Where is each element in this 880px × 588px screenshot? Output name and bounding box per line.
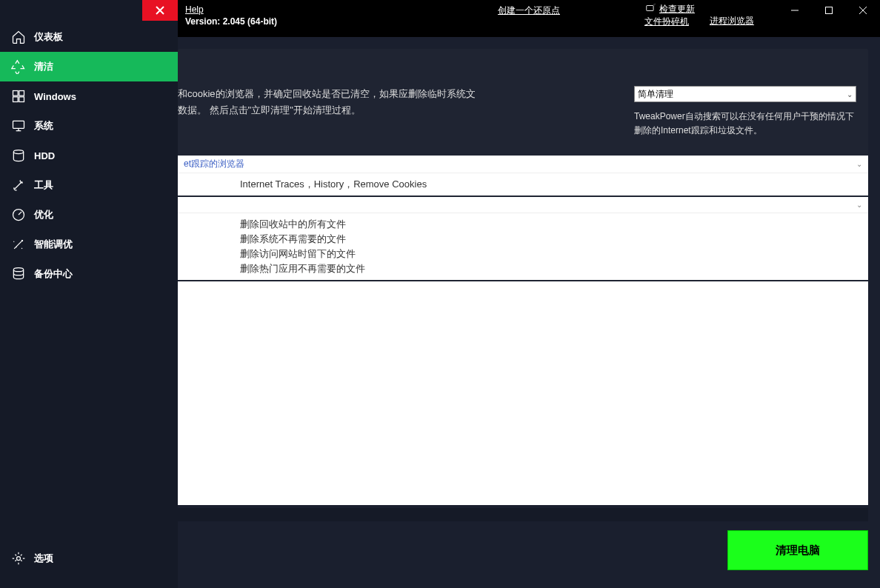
database-icon bbox=[10, 266, 27, 282]
panel-browser-traces: et跟踪的浏览器 ⌄ Internet Traces，History，Remov… bbox=[178, 156, 868, 196]
help-link[interactable]: Help bbox=[185, 4, 204, 15]
sidebar-label: 智能调优 bbox=[34, 238, 73, 251]
process-browser-link[interactable]: 进程浏览器 bbox=[710, 15, 754, 27]
version-label: Version: 2.045 (64-bit) bbox=[185, 16, 277, 27]
titlebar: Help Version: 2.045 (64-bit) 创建一个还原点 检查更… bbox=[178, 0, 880, 37]
cleanup-line: 删除回收站中的所有文件 bbox=[240, 218, 868, 231]
sidebar-label: 系统 bbox=[34, 119, 53, 133]
panel-subtitle: Internet Traces，History，Remove Cookies bbox=[240, 178, 868, 191]
sidebar-item-backup[interactable]: 备份中心 bbox=[0, 259, 178, 289]
svg-rect-3 bbox=[19, 97, 24, 102]
sidebar-label: 优化 bbox=[34, 208, 53, 221]
svg-point-8 bbox=[17, 557, 21, 561]
sidebar-item-hdd[interactable]: HDD bbox=[0, 141, 178, 170]
windows-icon bbox=[10, 88, 27, 104]
panel-header-browser[interactable]: et跟踪的浏览器 ⌄ bbox=[178, 156, 868, 173]
cleanup-line: 删除热门应用不再需要的文件 bbox=[240, 262, 868, 275]
chevron-down-icon: ⌄ bbox=[856, 201, 862, 209]
sidebar-item-dashboard[interactable]: 仪表板 bbox=[0, 22, 178, 52]
cleanup-mode-select[interactable]: 简单清理 ⌄ bbox=[634, 86, 856, 102]
sidebar-label: 工具 bbox=[34, 178, 53, 192]
svg-rect-10 bbox=[826, 7, 833, 14]
sidebar-item-system[interactable]: 系统 bbox=[0, 111, 178, 141]
file-shredder-link[interactable]: 文件扮碎机 bbox=[644, 16, 689, 28]
svg-rect-1 bbox=[19, 91, 24, 96]
svg-rect-0 bbox=[13, 91, 19, 96]
check-update-link[interactable]: 检查更新 bbox=[659, 3, 695, 16]
clean-computer-button[interactable]: 清理电脑 bbox=[727, 530, 868, 570]
chevron-down-icon: ⌄ bbox=[847, 90, 853, 98]
svg-rect-4 bbox=[13, 121, 24, 128]
sidebar-item-options[interactable]: 选项 bbox=[0, 544, 178, 573]
cleanup-line: 删除系统不再需要的文件 bbox=[240, 233, 868, 246]
svg-point-7 bbox=[13, 268, 23, 272]
tools-icon bbox=[10, 177, 27, 193]
cleanup-line: 删除访问网站时留下的文件 bbox=[240, 247, 868, 261]
select-value: 简单清理 bbox=[638, 88, 673, 101]
sidebar-item-clean[interactable]: 清洁 bbox=[0, 52, 178, 81]
maximize-button[interactable] bbox=[812, 0, 846, 21]
sidebar-item-windows[interactable]: Windows bbox=[0, 81, 178, 111]
close-button[interactable] bbox=[846, 0, 880, 21]
sidebar-label: 清洁 bbox=[34, 60, 53, 73]
svg-point-5 bbox=[13, 150, 23, 154]
sidebar-label: 仪表板 bbox=[34, 30, 63, 44]
panel-empty-area bbox=[178, 281, 868, 505]
minimize-button[interactable] bbox=[778, 0, 812, 21]
close-red-button[interactable] bbox=[142, 0, 178, 21]
gear-icon bbox=[10, 550, 27, 567]
panel-header-items[interactable]: ⌄ bbox=[178, 197, 868, 213]
folder-sparkle-icon bbox=[644, 3, 656, 16]
panel-cleanup-items: ⌄ 删除回收站中的所有文件 删除系统不再需要的文件 删除访问网站时留下的文件 删… bbox=[178, 197, 868, 280]
main-area: Help Version: 2.045 (64-bit) 创建一个还原点 检查更… bbox=[178, 0, 880, 588]
svg-rect-9 bbox=[647, 6, 653, 11]
wand-icon bbox=[10, 236, 27, 253]
sidebar-label: 备份中心 bbox=[34, 267, 73, 281]
description-text: 和cookie的浏览器，并确定回收站是否已清空，如果应删除临时系统文 数据。 然… bbox=[178, 86, 622, 138]
mode-description: TweakPower自动搜索可以在没有任何用户干预的情况下删除的Internet… bbox=[634, 110, 856, 138]
sidebar-item-optimize[interactable]: 优化 bbox=[0, 200, 178, 230]
home-icon bbox=[10, 29, 27, 45]
sidebar-label: 选项 bbox=[34, 552, 53, 565]
restore-point-link[interactable]: 创建一个还原点 bbox=[498, 5, 560, 16]
sidebar-label: HDD bbox=[34, 150, 55, 161]
sidebar-item-tools[interactable]: 工具 bbox=[0, 170, 178, 200]
monitor-icon bbox=[10, 118, 27, 134]
sidebar: 仪表板 清洁 Windows 系统 HDD 工具 优化 智能调优 bbox=[0, 0, 178, 588]
svg-rect-2 bbox=[13, 97, 19, 102]
sidebar-label: Windows bbox=[34, 91, 76, 102]
panel-title: et跟踪的浏览器 bbox=[184, 158, 244, 170]
gauge-icon bbox=[10, 207, 27, 223]
recycle-icon bbox=[10, 59, 27, 75]
hdd-icon bbox=[10, 147, 27, 164]
chevron-down-icon: ⌄ bbox=[856, 160, 862, 168]
sidebar-item-smart-tune[interactable]: 智能调优 bbox=[0, 230, 178, 259]
